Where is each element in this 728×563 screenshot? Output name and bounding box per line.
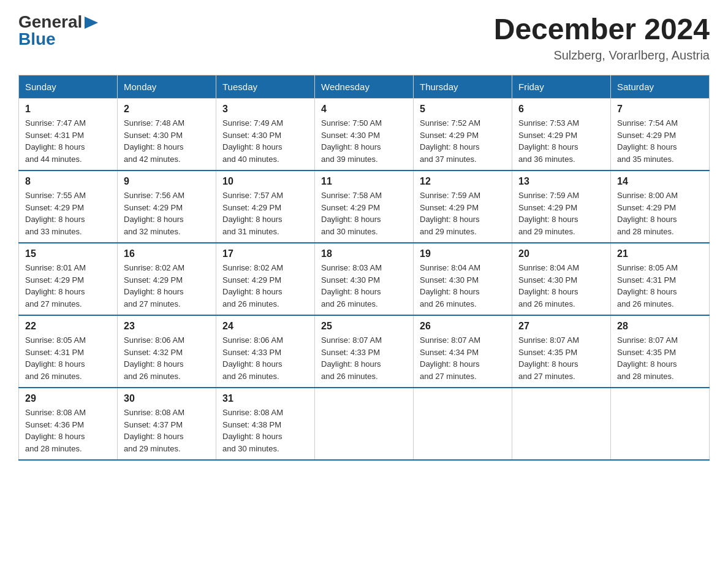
day-info: Sunrise: 8:08 AM Sunset: 4:36 PM Dayligh… — [25, 407, 111, 454]
day-info: Sunrise: 7:48 AM Sunset: 4:30 PM Dayligh… — [124, 117, 210, 165]
calendar-cell: 13Sunrise: 7:59 AM Sunset: 4:29 PM Dayli… — [512, 170, 611, 243]
day-number: 22 — [25, 321, 111, 332]
day-number: 16 — [124, 248, 210, 259]
calendar-cell: 18Sunrise: 8:03 AM Sunset: 4:30 PM Dayli… — [315, 243, 414, 315]
day-number: 4 — [321, 104, 407, 115]
day-number: 24 — [222, 321, 308, 332]
day-info: Sunrise: 8:02 AM Sunset: 4:29 PM Dayligh… — [222, 262, 308, 310]
logo-blue-text: Blue — [18, 29, 56, 49]
calendar-cell: 2Sunrise: 7:48 AM Sunset: 4:30 PM Daylig… — [118, 99, 216, 171]
day-info: Sunrise: 8:04 AM Sunset: 4:30 PM Dayligh… — [518, 262, 604, 310]
day-info: Sunrise: 7:55 AM Sunset: 4:29 PM Dayligh… — [25, 190, 111, 237]
col-header-monday: Monday — [118, 75, 216, 99]
col-header-sunday: Sunday — [19, 75, 118, 99]
day-info: Sunrise: 8:08 AM Sunset: 4:37 PM Dayligh… — [124, 407, 210, 454]
day-number: 12 — [420, 176, 506, 187]
day-number: 7 — [617, 104, 703, 115]
calendar-cell: 1Sunrise: 7:47 AM Sunset: 4:31 PM Daylig… — [19, 99, 118, 171]
day-number: 28 — [617, 321, 703, 332]
day-number: 6 — [518, 104, 604, 115]
logo: General Blue — [18, 12, 98, 49]
calendar-week-3: 15Sunrise: 8:01 AM Sunset: 4:29 PM Dayli… — [19, 243, 710, 315]
calendar-cell: 3Sunrise: 7:49 AM Sunset: 4:30 PM Daylig… — [216, 99, 315, 171]
day-number: 17 — [222, 248, 308, 259]
col-header-saturday: Saturday — [611, 75, 710, 99]
day-info: Sunrise: 8:05 AM Sunset: 4:31 PM Dayligh… — [617, 262, 703, 310]
col-header-friday: Friday — [512, 75, 611, 99]
calendar-cell: 29Sunrise: 8:08 AM Sunset: 4:36 PM Dayli… — [19, 388, 118, 460]
day-number: 30 — [124, 393, 210, 404]
day-info: Sunrise: 7:57 AM Sunset: 4:29 PM Dayligh… — [222, 190, 308, 237]
day-info: Sunrise: 7:59 AM Sunset: 4:29 PM Dayligh… — [420, 190, 506, 237]
day-number: 29 — [25, 393, 111, 404]
calendar-week-4: 22Sunrise: 8:05 AM Sunset: 4:31 PM Dayli… — [19, 315, 710, 388]
day-number: 2 — [124, 104, 210, 115]
calendar-cell: 11Sunrise: 7:58 AM Sunset: 4:29 PM Dayli… — [315, 170, 414, 243]
day-number: 21 — [617, 248, 703, 259]
day-number: 18 — [321, 248, 407, 259]
day-number: 27 — [518, 321, 604, 332]
calendar-cell — [315, 388, 414, 460]
day-info: Sunrise: 8:07 AM Sunset: 4:35 PM Dayligh… — [518, 334, 604, 382]
month-year-title: December 2024 — [494, 12, 710, 46]
calendar-cell: 23Sunrise: 8:06 AM Sunset: 4:32 PM Dayli… — [118, 315, 216, 388]
day-number: 20 — [518, 248, 604, 259]
day-info: Sunrise: 8:04 AM Sunset: 4:30 PM Dayligh… — [420, 262, 506, 310]
calendar-week-1: 1Sunrise: 7:47 AM Sunset: 4:31 PM Daylig… — [19, 99, 710, 171]
day-number: 31 — [222, 393, 308, 404]
day-number: 25 — [321, 321, 407, 332]
col-header-tuesday: Tuesday — [216, 75, 315, 99]
col-header-thursday: Thursday — [414, 75, 512, 99]
day-info: Sunrise: 8:06 AM Sunset: 4:32 PM Dayligh… — [124, 334, 210, 382]
col-header-wednesday: Wednesday — [315, 75, 414, 99]
day-number: 15 — [25, 248, 111, 259]
day-number: 19 — [420, 248, 506, 259]
calendar-cell: 22Sunrise: 8:05 AM Sunset: 4:31 PM Dayli… — [19, 315, 118, 388]
calendar-cell: 16Sunrise: 8:02 AM Sunset: 4:29 PM Dayli… — [118, 243, 216, 315]
day-info: Sunrise: 7:50 AM Sunset: 4:30 PM Dayligh… — [321, 117, 407, 165]
page-header: General Blue December 2024 Sulzberg, Vor… — [18, 12, 710, 63]
day-info: Sunrise: 8:07 AM Sunset: 4:35 PM Dayligh… — [617, 334, 703, 382]
day-info: Sunrise: 7:53 AM Sunset: 4:29 PM Dayligh… — [518, 117, 604, 165]
calendar-week-5: 29Sunrise: 8:08 AM Sunset: 4:36 PM Dayli… — [19, 388, 710, 460]
day-number: 14 — [617, 176, 703, 187]
calendar-cell: 10Sunrise: 7:57 AM Sunset: 4:29 PM Dayli… — [216, 170, 315, 243]
calendar-cell: 7Sunrise: 7:54 AM Sunset: 4:29 PM Daylig… — [611, 99, 710, 171]
day-info: Sunrise: 8:07 AM Sunset: 4:33 PM Dayligh… — [321, 334, 407, 382]
calendar-week-2: 8Sunrise: 7:55 AM Sunset: 4:29 PM Daylig… — [19, 170, 710, 243]
calendar-header-row: SundayMondayTuesdayWednesdayThursdayFrid… — [19, 75, 710, 99]
calendar-cell: 9Sunrise: 7:56 AM Sunset: 4:29 PM Daylig… — [118, 170, 216, 243]
day-info: Sunrise: 7:49 AM Sunset: 4:30 PM Dayligh… — [222, 117, 308, 165]
day-info: Sunrise: 7:58 AM Sunset: 4:29 PM Dayligh… — [321, 190, 407, 237]
calendar-cell: 4Sunrise: 7:50 AM Sunset: 4:30 PM Daylig… — [315, 99, 414, 171]
day-info: Sunrise: 7:59 AM Sunset: 4:29 PM Dayligh… — [518, 190, 604, 237]
day-info: Sunrise: 8:01 AM Sunset: 4:29 PM Dayligh… — [25, 262, 111, 310]
calendar-cell: 26Sunrise: 8:07 AM Sunset: 4:34 PM Dayli… — [414, 315, 512, 388]
day-number: 8 — [25, 176, 111, 187]
day-info: Sunrise: 8:06 AM Sunset: 4:33 PM Dayligh… — [222, 334, 308, 382]
day-number: 5 — [420, 104, 506, 115]
calendar-cell: 24Sunrise: 8:06 AM Sunset: 4:33 PM Dayli… — [216, 315, 315, 388]
day-info: Sunrise: 7:56 AM Sunset: 4:29 PM Dayligh… — [124, 190, 210, 237]
calendar-cell — [414, 388, 512, 460]
calendar-cell: 12Sunrise: 7:59 AM Sunset: 4:29 PM Dayli… — [414, 170, 512, 243]
calendar-cell — [611, 388, 710, 460]
day-number: 3 — [222, 104, 308, 115]
day-number: 23 — [124, 321, 210, 332]
calendar-cell: 5Sunrise: 7:52 AM Sunset: 4:29 PM Daylig… — [414, 99, 512, 171]
logo-arrow-icon — [85, 17, 98, 29]
calendar-cell: 28Sunrise: 8:07 AM Sunset: 4:35 PM Dayli… — [611, 315, 710, 388]
day-number: 26 — [420, 321, 506, 332]
location-subtitle: Sulzberg, Vorarlberg, Austria — [494, 48, 710, 63]
calendar-cell: 30Sunrise: 8:08 AM Sunset: 4:37 PM Dayli… — [118, 388, 216, 460]
calendar-cell: 20Sunrise: 8:04 AM Sunset: 4:30 PM Dayli… — [512, 243, 611, 315]
day-info: Sunrise: 8:07 AM Sunset: 4:34 PM Dayligh… — [420, 334, 506, 382]
calendar-cell: 8Sunrise: 7:55 AM Sunset: 4:29 PM Daylig… — [19, 170, 118, 243]
calendar-cell: 14Sunrise: 8:00 AM Sunset: 4:29 PM Dayli… — [611, 170, 710, 243]
day-info: Sunrise: 8:05 AM Sunset: 4:31 PM Dayligh… — [25, 334, 111, 382]
calendar-cell: 6Sunrise: 7:53 AM Sunset: 4:29 PM Daylig… — [512, 99, 611, 171]
calendar-cell: 19Sunrise: 8:04 AM Sunset: 4:30 PM Dayli… — [414, 243, 512, 315]
day-number: 11 — [321, 176, 407, 187]
day-number: 9 — [124, 176, 210, 187]
day-info: Sunrise: 8:03 AM Sunset: 4:30 PM Dayligh… — [321, 262, 407, 310]
